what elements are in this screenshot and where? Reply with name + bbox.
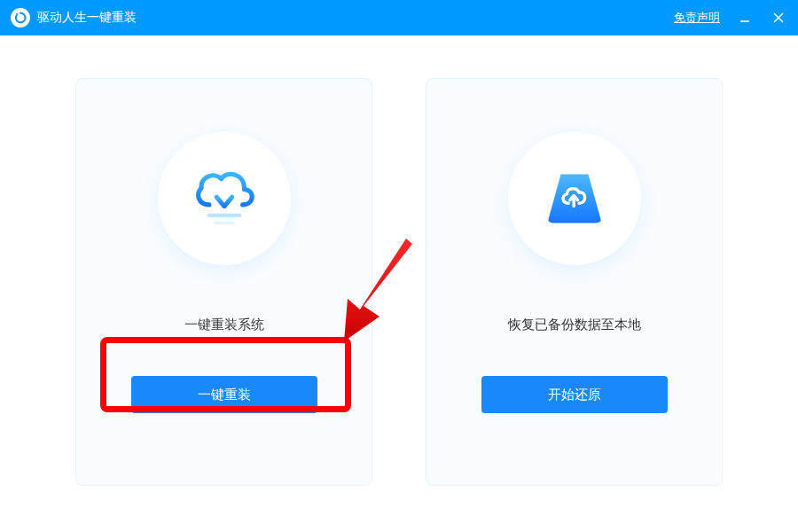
cloud-download-icon [186, 160, 262, 237]
titlebar-left: 驱动人生一键重装 [11, 8, 137, 27]
reinstall-card: 一键重装系统 一键重装 [75, 78, 372, 486]
restore-icon-circle [508, 132, 641, 265]
restore-button[interactable]: 开始还原 [481, 376, 668, 413]
titlebar-right: 免责声明 [674, 9, 787, 27]
app-logo-icon [11, 8, 30, 27]
app-title: 驱动人生一键重装 [37, 10, 137, 26]
restore-card-title: 恢复已备份数据至本地 [508, 317, 641, 333]
disclaimer-link[interactable]: 免责声明 [674, 10, 720, 26]
titlebar: 驱动人生一键重装 免责声明 [0, 0, 798, 35]
close-button[interactable] [770, 9, 787, 27]
reinstall-card-title: 一键重装系统 [184, 317, 264, 333]
restore-card: 恢复已备份数据至本地 开始还原 [426, 78, 723, 486]
reinstall-icon-circle [158, 132, 291, 265]
reinstall-button[interactable]: 一键重装 [131, 376, 317, 413]
minimize-button[interactable] [736, 9, 754, 27]
main-content: 一键重装系统 一键重装 恢复已备份数据至本地 开始还原 [0, 35, 798, 486]
drive-upload-icon [536, 160, 613, 237]
